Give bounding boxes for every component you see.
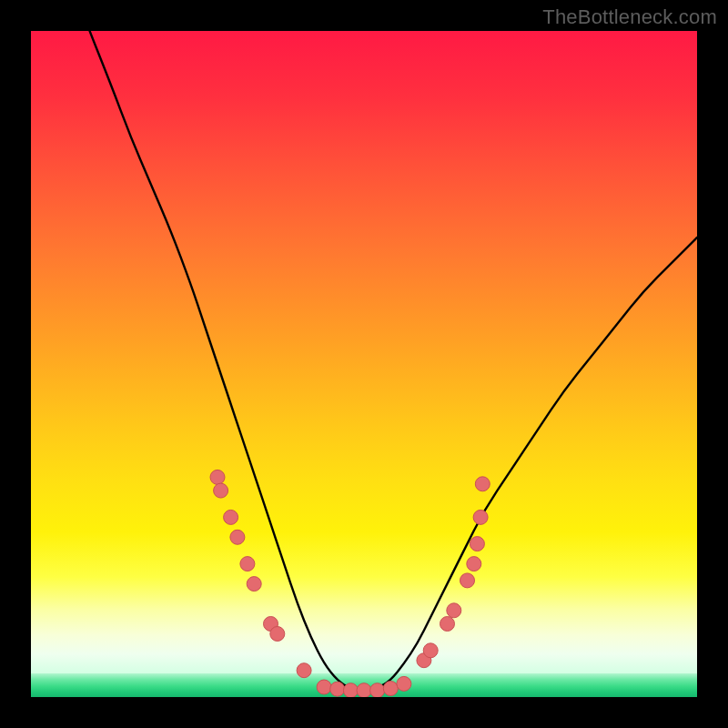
data-marker xyxy=(475,477,490,491)
data-marker xyxy=(210,470,225,484)
data-marker xyxy=(357,683,371,697)
curve-layer xyxy=(31,31,697,697)
data-marker xyxy=(230,530,245,544)
data-marker xyxy=(247,577,261,592)
data-marker xyxy=(383,682,398,696)
data-marker xyxy=(397,676,411,691)
data-marker xyxy=(317,680,331,694)
data-marker xyxy=(473,510,488,524)
data-marker xyxy=(224,510,238,524)
data-marker xyxy=(297,663,311,678)
data-marker xyxy=(440,617,455,632)
watermark-text: TheBottleneck.com xyxy=(542,5,717,29)
data-marker xyxy=(214,483,228,498)
data-marker xyxy=(423,643,438,658)
data-marker xyxy=(370,683,385,697)
data-marker xyxy=(447,603,461,618)
bottleneck-curve xyxy=(31,31,697,690)
plot-area xyxy=(31,31,697,697)
data-marker xyxy=(467,557,481,571)
data-marker xyxy=(470,537,484,551)
data-marker xyxy=(460,573,475,588)
data-marker xyxy=(330,682,345,696)
data-marker xyxy=(240,557,255,571)
data-marker xyxy=(343,683,358,697)
data-marker xyxy=(270,627,285,642)
chart-frame: TheBottleneck.com xyxy=(0,0,728,728)
